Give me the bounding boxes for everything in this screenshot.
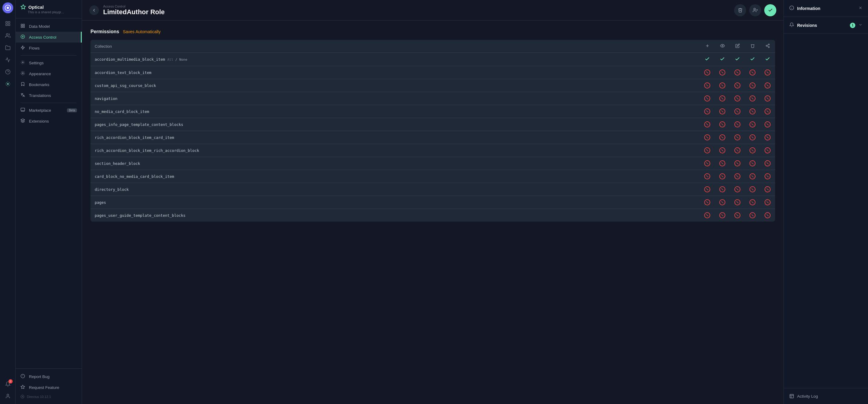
project-name[interactable]: Optical <box>21 4 77 10</box>
perm-share[interactable] <box>760 131 775 144</box>
sidebar-item-translations[interactable]: Translations <box>16 90 82 101</box>
perm-update[interactable] <box>730 66 745 79</box>
perm-update[interactable] <box>730 92 745 105</box>
perm-create[interactable] <box>700 92 715 105</box>
sidebar-item-data-model[interactable]: Data Model <box>16 21 82 32</box>
perm-share[interactable] <box>760 157 775 170</box>
table-row[interactable]: rich_accordion_block_item_rich_accordion… <box>91 144 775 157</box>
table-row[interactable]: custom_api_ssg_course_block <box>91 79 775 92</box>
perm-share[interactable] <box>760 183 775 196</box>
perm-delete[interactable] <box>745 131 760 144</box>
activity-log-button[interactable]: Activity Log <box>784 388 868 404</box>
user-profile-icon[interactable] <box>2 391 13 402</box>
perm-delete[interactable] <box>745 157 760 170</box>
information-header[interactable]: Information <box>784 0 868 17</box>
perm-create[interactable] <box>700 144 715 157</box>
perm-read[interactable] <box>715 105 730 118</box>
perm-delete[interactable] <box>745 118 760 131</box>
perm-read[interactable] <box>715 92 730 105</box>
perm-share[interactable] <box>760 196 775 209</box>
revisions-expand-button[interactable] <box>858 23 863 28</box>
perm-update[interactable] <box>730 157 745 170</box>
perm-read[interactable] <box>715 53 730 66</box>
sidebar-item-settings[interactable]: Settings <box>16 57 82 68</box>
sidebar-item-users[interactable] <box>2 30 13 41</box>
perm-update[interactable] <box>730 105 745 118</box>
perm-read[interactable] <box>715 170 730 183</box>
perm-share[interactable] <box>760 144 775 157</box>
table-row[interactable]: pages_user_guide_template_content_blocks <box>91 209 775 222</box>
perm-delete[interactable] <box>745 183 760 196</box>
perm-read[interactable] <box>715 157 730 170</box>
sidebar-item-analytics[interactable] <box>2 54 13 65</box>
sidebar-item-request-feature[interactable]: Request Feature <box>16 382 82 393</box>
perm-share[interactable] <box>760 66 775 79</box>
table-row[interactable]: directory_block <box>91 183 775 196</box>
table-row[interactable]: pages_info_page_template_content_blocks <box>91 118 775 131</box>
perm-update[interactable] <box>730 183 745 196</box>
perm-read[interactable] <box>715 118 730 131</box>
perm-read[interactable] <box>715 144 730 157</box>
perm-update[interactable] <box>730 170 745 183</box>
perm-read[interactable] <box>715 131 730 144</box>
perm-create[interactable] <box>700 79 715 92</box>
table-row[interactable]: accordion_multimedia_block_item All / No… <box>91 53 775 66</box>
sidebar-item-extensions[interactable]: Extensions <box>16 116 82 126</box>
notifications-icon[interactable]: 2 <box>2 379 13 389</box>
sidebar-item-data-model[interactable] <box>2 18 13 29</box>
sidebar-item-settings[interactable] <box>2 79 13 89</box>
table-row[interactable]: pages <box>91 196 775 209</box>
perm-update[interactable] <box>730 196 745 209</box>
sidebar-item-appearance[interactable]: Appearance <box>16 68 82 79</box>
perm-read[interactable] <box>715 209 730 222</box>
perm-create[interactable] <box>700 183 715 196</box>
sidebar-item-access-control[interactable]: Access Control <box>16 32 82 42</box>
sidebar-item-flows[interactable]: Flows <box>16 42 82 53</box>
table-row[interactable]: accordion_text_block_item <box>91 66 775 79</box>
perm-delete[interactable] <box>745 66 760 79</box>
perm-share[interactable] <box>760 209 775 222</box>
table-row[interactable]: section_header_block <box>91 157 775 170</box>
back-button[interactable] <box>89 5 99 15</box>
revisions-header[interactable]: Revisions 1 <box>784 17 868 33</box>
perm-share[interactable] <box>760 53 775 66</box>
perm-delete[interactable] <box>745 144 760 157</box>
perm-read[interactable] <box>715 183 730 196</box>
sidebar-item-report-bug[interactable]: Report Bug <box>16 371 82 382</box>
sidebar-item-files[interactable] <box>2 42 13 53</box>
close-information-button[interactable] <box>858 6 863 11</box>
sidebar-item-bookmarks[interactable]: Bookmarks <box>16 79 82 90</box>
perm-create[interactable] <box>700 209 715 222</box>
perm-delete[interactable] <box>745 209 760 222</box>
add-user-button[interactable] <box>749 4 761 16</box>
perm-read[interactable] <box>715 196 730 209</box>
perm-create[interactable] <box>700 196 715 209</box>
perm-update[interactable] <box>730 53 745 66</box>
app-logo[interactable] <box>2 2 13 13</box>
perm-delete[interactable] <box>745 105 760 118</box>
perm-create[interactable] <box>700 118 715 131</box>
perm-share[interactable] <box>760 170 775 183</box>
perm-read[interactable] <box>715 79 730 92</box>
perm-update[interactable] <box>730 118 745 131</box>
perm-delete[interactable] <box>745 170 760 183</box>
perm-share[interactable] <box>760 118 775 131</box>
perm-delete[interactable] <box>745 92 760 105</box>
perm-share[interactable] <box>760 79 775 92</box>
perm-create[interactable] <box>700 170 715 183</box>
perm-update[interactable] <box>730 79 745 92</box>
perm-create[interactable] <box>700 66 715 79</box>
table-row[interactable]: no_media_card_block_item <box>91 105 775 118</box>
confirm-button[interactable] <box>764 4 776 16</box>
perm-delete[interactable] <box>745 79 760 92</box>
perm-delete[interactable] <box>745 53 760 66</box>
sidebar-item-help[interactable] <box>2 66 13 77</box>
perm-create[interactable] <box>700 157 715 170</box>
table-row[interactable]: navigation <box>91 92 775 105</box>
perm-update[interactable] <box>730 209 745 222</box>
perm-create[interactable] <box>700 131 715 144</box>
perm-create[interactable] <box>700 53 715 66</box>
perm-create[interactable] <box>700 105 715 118</box>
delete-button[interactable] <box>734 4 746 16</box>
perm-update[interactable] <box>730 131 745 144</box>
